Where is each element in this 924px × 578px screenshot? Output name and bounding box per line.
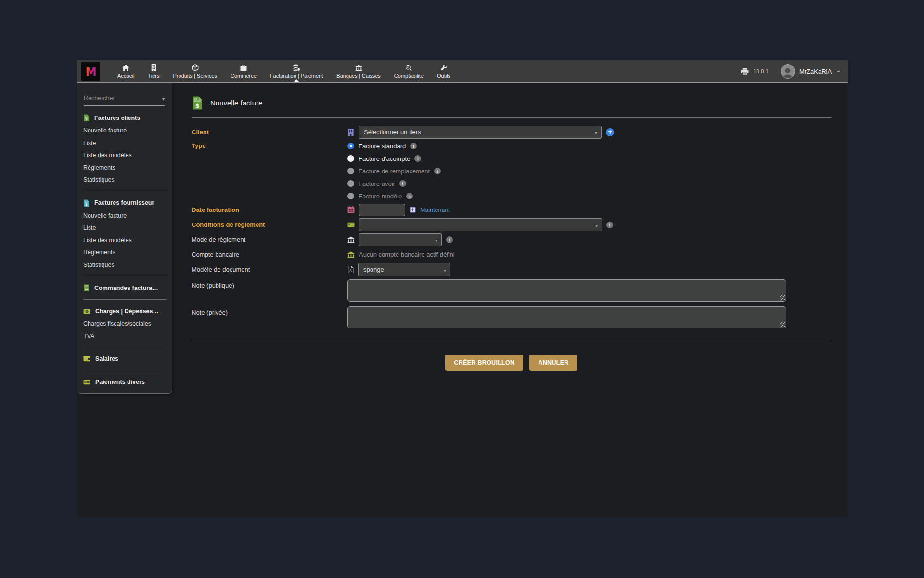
page-title: Nouvelle facture <box>210 99 262 107</box>
nav-item-outils[interactable]: Outils <box>430 60 457 82</box>
sidebar-item-liste-des-modeles-fournisseur[interactable]: Liste des modèles <box>77 235 172 247</box>
sidebar-section-header[interactable]: Salaires <box>77 352 172 366</box>
nav-item-tiers[interactable]: Tiers <box>141 60 166 82</box>
radio-facture-remplacement[interactable]: Facture de remplacement <box>347 165 831 177</box>
sidebar-section-title: Charges | Dépenses… <box>95 308 159 315</box>
info-icon[interactable] <box>434 168 441 174</box>
cube-icon <box>192 64 199 71</box>
sidebar-item-charges-fiscales-sociales[interactable]: Charges fiscales/sociales <box>77 318 172 330</box>
chevron-down-icon[interactable] <box>836 67 841 76</box>
nav-item-banques-caisses[interactable]: Banques | Caisses <box>330 60 387 82</box>
sidebar-section-paiements-divers: $ Paiements divers <box>77 375 172 394</box>
svg-text:$: $ <box>348 223 350 226</box>
payment-mode-select[interactable] <box>359 233 442 246</box>
sidebar-item-liste-des-modeles[interactable]: Liste des modèles <box>77 149 172 162</box>
coins-icon <box>293 64 300 71</box>
note-private-textarea[interactable] <box>348 307 786 328</box>
radio-disabled-icon <box>347 193 354 199</box>
sidebar-item-liste[interactable]: Liste <box>77 137 172 150</box>
doc-model-select[interactable]: sponge <box>358 263 450 276</box>
sidebar-section-header[interactable]: Commandes factura… <box>77 281 172 295</box>
nav-item-facturation-paiement[interactable]: Facturation | Paiement <box>263 60 330 82</box>
app-logo[interactable]: M <box>81 62 100 81</box>
info-icon[interactable] <box>406 193 413 199</box>
bank-account-label: Compte bancaire <box>192 251 347 258</box>
radio-selected-icon[interactable] <box>347 143 354 149</box>
note-private-label: Note (privée) <box>192 304 347 316</box>
nav-item-label: Outils <box>437 73 450 79</box>
client-label: Client <box>192 129 347 136</box>
client-select[interactable]: Sélectionner un tiers <box>359 126 602 139</box>
now-link[interactable]: Maintenant <box>420 207 450 213</box>
terms-select[interactable] <box>359 218 602 231</box>
logo-m-icon: M <box>84 64 98 79</box>
cancel-button[interactable]: ANNULER <box>529 355 577 371</box>
svg-text:$: $ <box>85 118 88 121</box>
invoice-icon: $ <box>83 199 90 207</box>
invoice-icon: $ <box>83 114 90 121</box>
calendar-now-icon[interactable] <box>410 207 416 213</box>
sidebar-divider <box>83 191 167 191</box>
svg-text:A: A <box>349 269 352 273</box>
form-row-type: Type Facture standard Facture d'acompte <box>192 140 831 202</box>
app-body: Rechercher $ Factures clients Nouvelle f… <box>77 83 848 517</box>
document-model-icon: A <box>347 266 354 273</box>
info-icon[interactable] <box>446 236 453 243</box>
bank-account-icon <box>347 251 355 258</box>
bank-mode-icon <box>347 236 355 243</box>
sidebar-search-select[interactable]: Rechercher <box>84 94 165 106</box>
info-icon[interactable] <box>399 180 406 187</box>
wallet-icon <box>83 356 90 362</box>
search-caret-icon <box>162 94 165 103</box>
form-row-client: Client Sélectionner un tiers <box>192 125 831 140</box>
create-draft-button[interactable]: CRÉER BROUILLON <box>445 355 523 371</box>
nav-item-commerce[interactable]: Commerce <box>224 60 263 82</box>
radio-facture-modele[interactable]: Facture modèle <box>347 190 831 202</box>
info-icon[interactable] <box>606 222 613 228</box>
nav-item-label: Facturation | Paiement <box>270 73 323 79</box>
radio-facture-standard[interactable]: Facture standard <box>347 140 831 152</box>
sidebar-section-header[interactable]: $ Factures clients <box>77 111 172 125</box>
avatar[interactable] <box>781 64 795 79</box>
radio-facture-avoir[interactable]: Facture avoir <box>347 177 831 190</box>
nav-item-accueil[interactable]: Accueil <box>111 60 141 82</box>
sidebar-section-title: Factures fournisseur <box>94 199 154 206</box>
company-icon <box>347 129 354 136</box>
nav-item-comptabilite[interactable]: € Comptabilité <box>387 60 430 82</box>
invoice-form: Client Sélectionner un tiers Type <box>192 125 831 331</box>
note-public-label: Note (publique) <box>192 277 347 289</box>
sidebar-item-nouvelle-facture[interactable]: Nouvelle facture <box>77 125 172 137</box>
sidebar-section-header[interactable]: $ Paiements divers <box>77 375 172 389</box>
sidebar-item-statistiques[interactable]: Statistiques <box>77 174 172 186</box>
note-public-textarea[interactable] <box>348 280 786 301</box>
sidebar-item-nouvelle-facture-fournisseur[interactable]: Nouvelle facture <box>77 210 172 223</box>
add-circle-icon[interactable] <box>606 128 614 136</box>
nav-item-produits-services[interactable]: Produits | Services <box>167 60 224 82</box>
magnifier-icon: € <box>405 64 412 71</box>
nav-item-label: Accueil <box>117 73 134 79</box>
version-label: 18.0.1 <box>753 68 769 74</box>
building-icon <box>151 64 156 71</box>
printer-icon[interactable] <box>741 68 749 75</box>
sidebar-item-reglements[interactable]: Règlements <box>77 162 172 174</box>
nav-item-label: Tiers <box>148 73 159 79</box>
sidebar-item-reglements-fournisseur[interactable]: Règlements <box>77 247 172 259</box>
sidebar-section-header[interactable]: $ Factures fournisseur <box>77 196 172 210</box>
radio-facture-acompte[interactable]: Facture d'acompte <box>347 152 831 165</box>
wrench-icon <box>440 64 447 71</box>
info-icon[interactable] <box>410 143 417 149</box>
form-actions: CRÉER BROUILLON ANNULER <box>192 355 831 371</box>
date-input[interactable] <box>359 204 405 216</box>
sidebar-item-statistiques-fournisseur[interactable]: Statistiques <box>77 259 172 272</box>
username-label[interactable]: MrZaKaRiA <box>799 68 832 75</box>
sidebar-section-header[interactable]: $ Charges | Dépenses… <box>77 304 172 318</box>
info-icon[interactable] <box>414 155 421 162</box>
home-icon <box>122 64 129 71</box>
sidebar-item-tva[interactable]: TVA <box>77 330 172 343</box>
radio-icon[interactable] <box>347 155 354 162</box>
sidebar: Rechercher $ Factures clients Nouvelle f… <box>77 83 172 394</box>
form-row-date: Date facturation Maintenant <box>192 202 831 217</box>
money-bill-icon: $ <box>83 309 90 314</box>
select-caret-icon <box>595 129 597 136</box>
sidebar-item-liste-fournisseur[interactable]: Liste <box>77 222 172 235</box>
